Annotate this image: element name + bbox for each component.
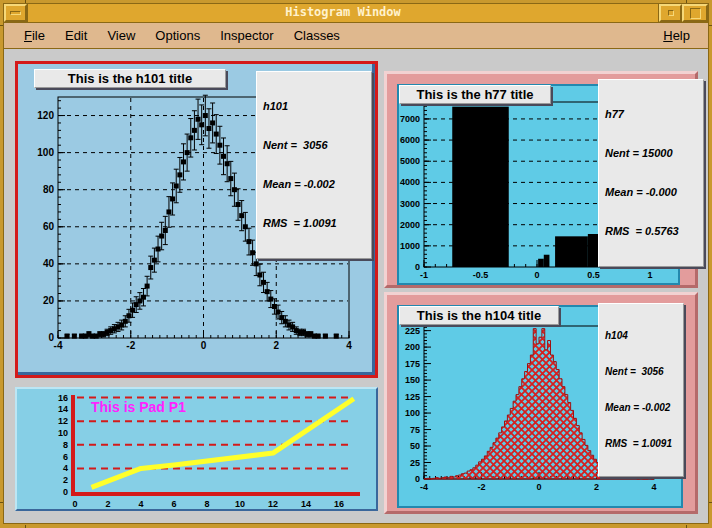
pad-p1[interactable]: 02468101214160246810121416 This is Pad P… — [15, 387, 378, 511]
svg-text:80: 80 — [43, 184, 55, 195]
help-menu: Help — [653, 25, 700, 46]
svg-text:0: 0 — [72, 499, 77, 507]
h101-stats-name: h101 — [263, 100, 365, 113]
svg-text:0: 0 — [415, 262, 420, 272]
menu-item-inspector[interactable]: Inspector — [210, 25, 283, 46]
titlebar[interactable]: Histogram Window — [3, 3, 709, 23]
maximize-button[interactable] — [682, 4, 708, 22]
svg-text:2: 2 — [105, 499, 110, 507]
svg-text:12: 12 — [58, 416, 68, 426]
window-menu-button[interactable] — [4, 4, 27, 22]
svg-text:60: 60 — [43, 221, 55, 232]
h77-title-box[interactable]: This is the h77 title — [399, 85, 551, 104]
svg-text:5000: 5000 — [400, 156, 420, 166]
h104-stats-mean: Mean = -0.002 — [605, 402, 677, 414]
svg-text:75: 75 — [410, 425, 420, 435]
resize-notch[interactable] — [0, 25, 3, 26]
h77-stats-rms: RMS = 0.5763 — [605, 225, 697, 238]
menu-item-file[interactable]: File — [14, 25, 55, 46]
h104-stats-entries: Nent = 3056 — [605, 366, 677, 378]
svg-text:175: 175 — [405, 359, 420, 369]
iconify-button[interactable] — [659, 4, 682, 22]
svg-text:6: 6 — [171, 499, 176, 507]
menubar: FileEditViewOptionsInspectorClasses Help — [3, 23, 709, 49]
svg-text:2: 2 — [273, 340, 279, 351]
h104-stats-box[interactable]: h104 Nent = 3056 Mean = -0.002 RMS = 1.0… — [598, 303, 684, 477]
svg-text:0: 0 — [415, 474, 420, 484]
svg-text:4: 4 — [138, 499, 143, 507]
svg-text:1: 1 — [647, 270, 652, 280]
svg-text:0: 0 — [201, 340, 207, 351]
svg-text:-4: -4 — [54, 340, 63, 351]
svg-text:4000: 4000 — [400, 177, 420, 187]
menu-items: FileEditViewOptionsInspectorClasses — [14, 25, 350, 46]
svg-text:0: 0 — [63, 487, 68, 497]
canvas-h77[interactable]: -1-0.500.5101000200030004000500060007000… — [384, 71, 698, 288]
h104-title-box[interactable]: This is the h104 title — [399, 306, 559, 325]
svg-text:0.5: 0.5 — [587, 270, 600, 280]
svg-text:0: 0 — [48, 332, 54, 343]
svg-text:225: 225 — [405, 326, 420, 336]
svg-text:10: 10 — [58, 428, 68, 438]
main-canvas: -4-2024020406080100120 This is the h101 … — [3, 49, 709, 524]
svg-text:12: 12 — [268, 499, 278, 507]
resize-notch[interactable] — [0, 502, 3, 503]
h104-stats-rms: RMS = 1.0091 — [605, 438, 677, 450]
h101-stats-entries: Nent = 3056 — [263, 139, 365, 152]
menu-item-classes[interactable]: Classes — [284, 25, 350, 46]
svg-text:-1: -1 — [420, 270, 428, 280]
p1-plot: 02468101214160246810121416 — [17, 389, 373, 507]
p1-title: This is Pad P1 — [91, 399, 186, 415]
svg-text:6000: 6000 — [400, 135, 420, 145]
svg-text:150: 150 — [405, 375, 420, 385]
svg-text:100: 100 — [37, 147, 54, 158]
canvas-h104[interactable]: -4-20240255075100125150175200225 This is… — [384, 292, 698, 514]
svg-text:7000: 7000 — [400, 114, 420, 124]
svg-text:50: 50 — [410, 441, 420, 451]
resize-notch[interactable] — [686, 0, 687, 3]
svg-text:16: 16 — [334, 499, 344, 507]
histogram-window: Histogram Window FileEditViewOptionsInsp… — [0, 0, 712, 528]
h77-stats-entries: Nent = 15000 — [605, 147, 697, 160]
svg-text:2: 2 — [594, 482, 599, 492]
canvas-h101[interactable]: -4-2024020406080100120 This is the h101 … — [15, 61, 378, 378]
svg-text:0: 0 — [534, 270, 539, 280]
resize-notch[interactable] — [25, 0, 26, 3]
menu-item-edit[interactable]: Edit — [55, 25, 97, 46]
h101-stats-box[interactable]: h101 Nent = 3056 Mean = -0.002 RMS = 1.0… — [256, 71, 372, 259]
svg-text:0: 0 — [536, 482, 541, 492]
svg-text:-2: -2 — [126, 340, 135, 351]
h77-stats-name: h77 — [605, 108, 697, 121]
svg-text:16: 16 — [58, 393, 68, 403]
svg-text:200: 200 — [405, 342, 420, 352]
svg-text:2: 2 — [63, 475, 68, 485]
svg-text:10: 10 — [235, 499, 245, 507]
menu-item-help[interactable]: Help — [653, 25, 700, 46]
h104-stats-name: h104 — [605, 330, 677, 342]
svg-text:120: 120 — [37, 110, 54, 121]
svg-text:4: 4 — [346, 340, 352, 351]
svg-text:4: 4 — [651, 482, 656, 492]
svg-text:25: 25 — [410, 458, 420, 468]
h77-stats-mean: Mean = -0.000 — [605, 186, 697, 199]
svg-text:2000: 2000 — [400, 220, 420, 230]
svg-text:-0.5: -0.5 — [473, 270, 489, 280]
menu-item-options[interactable]: Options — [145, 25, 210, 46]
svg-text:-4: -4 — [420, 482, 428, 492]
svg-text:40: 40 — [43, 258, 55, 269]
h77-stats-box[interactable]: h77 Nent = 15000 Mean = -0.000 RMS = 0.5… — [598, 79, 704, 267]
svg-text:125: 125 — [405, 392, 420, 402]
svg-text:14: 14 — [58, 404, 68, 414]
svg-text:20: 20 — [43, 295, 55, 306]
svg-text:8: 8 — [63, 440, 68, 450]
window-menu-icon — [10, 11, 21, 15]
h101-stats-rms: RMS = 1.0091 — [263, 217, 365, 230]
svg-text:4: 4 — [63, 463, 68, 473]
menu-item-view[interactable]: View — [97, 25, 145, 46]
svg-text:1000: 1000 — [400, 241, 420, 251]
maximize-icon — [690, 8, 701, 19]
h101-stats-mean: Mean = -0.002 — [263, 178, 365, 191]
h101-title-box[interactable]: This is the h101 title — [34, 69, 226, 88]
iconify-icon — [668, 10, 674, 16]
svg-text:100: 100 — [405, 408, 420, 418]
